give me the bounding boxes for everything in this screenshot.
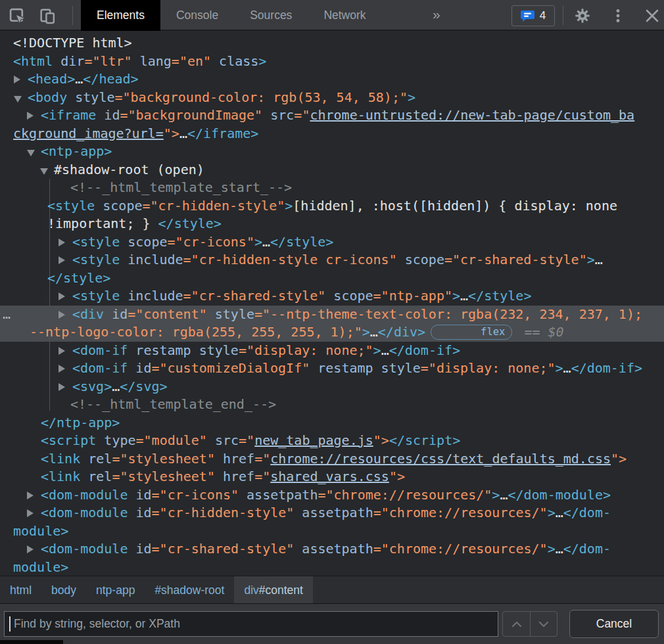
devtools-window: Elements Console Sources Network » 4 bbox=[0, 0, 664, 644]
dom-tree-row[interactable]: <dom-module id="cr-shared-style" assetpa… bbox=[0, 540, 664, 576]
search-input[interactable] bbox=[4, 611, 498, 637]
code-segment: <iframe bbox=[41, 107, 96, 123]
issues-counter[interactable]: 4 bbox=[511, 5, 555, 26]
dom-tree-row[interactable]: <style include="cr-shared-style" scope="… bbox=[0, 287, 664, 306]
expand-arrow-icon[interactable] bbox=[14, 96, 22, 103]
code-segment: </iframe> bbox=[187, 126, 258, 141]
dom-tree-row[interactable]: <style scope="cr-hidden-style">[hidden],… bbox=[0, 197, 664, 233]
panel-tabs: Elements Console Sources Network bbox=[81, 0, 382, 31]
code-segment: <dom-module bbox=[41, 505, 128, 520]
breadcrumb-item-body[interactable]: body bbox=[41, 576, 86, 604]
code-segment: … bbox=[556, 505, 563, 520]
expand-arrow-icon[interactable] bbox=[59, 292, 65, 300]
dom-tree-row[interactable]: <body style="background-color: rgb(53, 5… bbox=[0, 89, 664, 107]
code-segment: … bbox=[500, 487, 508, 503]
dom-tree-row[interactable]: <dom-module id="cr-icons" assetpath="chr… bbox=[0, 486, 664, 505]
expand-arrow-icon[interactable] bbox=[59, 383, 65, 391]
device-toolbar-icon[interactable] bbox=[38, 7, 57, 25]
code-segment: ="cr-hidden-style cr-icons" bbox=[183, 252, 397, 267]
search-nav-buttons bbox=[502, 611, 557, 637]
tab-sources[interactable]: Sources bbox=[234, 0, 308, 31]
search-previous-button[interactable] bbox=[503, 612, 530, 636]
tab-network[interactable]: Network bbox=[308, 0, 381, 31]
expand-arrow-icon[interactable] bbox=[59, 347, 65, 355]
attribute-link[interactable]: chrome://resources/css/text_defaults_md.… bbox=[270, 451, 611, 467]
code-segment: assetpath bbox=[294, 505, 373, 520]
code-segment: > bbox=[548, 505, 556, 520]
code-segment: dir bbox=[53, 53, 84, 69]
code-segment: src bbox=[207, 432, 239, 448]
code-segment: … bbox=[112, 379, 120, 394]
tab-console[interactable]: Console bbox=[160, 0, 234, 31]
more-tabs-icon[interactable]: » bbox=[426, 0, 447, 31]
expand-arrow-icon[interactable] bbox=[27, 150, 35, 156]
inspect-element-icon[interactable] bbox=[8, 7, 26, 25]
breadcrumb-item-ntp-app[interactable]: ntp-app bbox=[86, 576, 145, 604]
dom-tree-row[interactable]: <dom-module id="cr-hidden-style" assetpa… bbox=[0, 504, 664, 540]
code-segment: =" bbox=[239, 432, 254, 448]
code-segment: style bbox=[191, 342, 239, 358]
dom-tree-panel: <!DOCTYPE html><html dir="ltr" lang="en"… bbox=[0, 32, 664, 576]
expand-arrow-icon[interactable] bbox=[40, 168, 48, 175]
dom-tree-row[interactable]: <dom-if restamp style="display: none;">…… bbox=[0, 342, 664, 360]
code-segment: href bbox=[215, 451, 254, 467]
dom-tree-row[interactable]: <script type="module" src="new_tab_page.… bbox=[0, 432, 664, 450]
expand-arrow-icon[interactable] bbox=[59, 311, 65, 319]
code-segment: > bbox=[548, 541, 556, 557]
code-segment: </script> bbox=[389, 432, 460, 448]
dom-tree-row[interactable]: <style include="cr-hidden-style cr-icons… bbox=[0, 251, 664, 287]
code-segment: <style bbox=[72, 234, 120, 250]
expand-arrow-icon[interactable] bbox=[27, 492, 34, 499]
breadcrumb-item-div-content[interactable]: div#content bbox=[234, 576, 313, 604]
code-segment: #shadow-root (open) bbox=[54, 162, 204, 177]
dom-tree-row[interactable]: <!DOCTYPE html> bbox=[0, 34, 664, 53]
row-options-dots-icon[interactable]: … bbox=[3, 306, 9, 324]
dom-tree-row[interactable]: <link rel="stylesheet" href="shared_vars… bbox=[0, 468, 664, 486]
dom-tree-row[interactable]: #shadow-root (open) bbox=[0, 161, 664, 179]
dom-tree-row[interactable]: <!--_html_template_start_--> bbox=[0, 179, 664, 197]
code-segment: ="en" bbox=[172, 53, 211, 69]
dom-tree-row[interactable]: <link rel="stylesheet" href="chrome://re… bbox=[0, 450, 664, 469]
breadcrumb-item-html[interactable]: html bbox=[0, 576, 41, 604]
dom-tree-row[interactable]: </ntp-app> bbox=[0, 414, 664, 432]
breadcrumb-item-shadow-root[interactable]: #shadow-root bbox=[145, 576, 234, 604]
expand-arrow-icon[interactable] bbox=[59, 365, 65, 373]
code-segment: ="cr-icons" bbox=[168, 234, 254, 250]
dom-tree-row-selected[interactable]: …<div id="content" style="--ntp-theme-te… bbox=[0, 306, 664, 342]
dom-tree-row[interactable]: <iframe id="backgroundImage" src="chrome… bbox=[0, 106, 664, 143]
expand-arrow-icon[interactable] bbox=[27, 509, 34, 517]
code-segment: > bbox=[492, 487, 500, 503]
search-next-button[interactable] bbox=[530, 612, 557, 636]
cancel-button[interactable]: Cancel bbox=[569, 610, 659, 638]
expand-arrow-icon[interactable] bbox=[59, 239, 65, 246]
dom-tree-row[interactable]: <ntp-app> bbox=[0, 143, 664, 161]
more-options-kebab-icon[interactable] bbox=[609, 7, 627, 25]
code-segment: ="cr-shared-style" bbox=[444, 252, 587, 267]
tab-elements[interactable]: Elements bbox=[81, 0, 160, 31]
flex-badge[interactable]: flex bbox=[431, 325, 512, 340]
code-segment: id bbox=[96, 107, 120, 123]
code-segment: <ntp-app> bbox=[41, 143, 112, 159]
expand-arrow-icon[interactable] bbox=[14, 76, 20, 83]
attribute-link[interactable]: shared_vars.css bbox=[270, 469, 389, 484]
code-segment: include bbox=[120, 288, 183, 304]
expand-arrow-icon[interactable] bbox=[27, 545, 34, 553]
code-segment: style bbox=[373, 360, 421, 376]
expand-arrow-icon[interactable] bbox=[27, 112, 34, 120]
code-segment: ="content" bbox=[128, 306, 206, 322]
dom-tree-row[interactable]: <head>…</head> bbox=[0, 70, 664, 89]
code-segment: > bbox=[373, 342, 381, 358]
close-icon[interactable] bbox=[643, 7, 661, 25]
dom-tree-row[interactable]: <style scope="cr-icons">…</style> bbox=[0, 233, 664, 252]
code-segment: =" bbox=[294, 107, 310, 123]
dom-tree-row[interactable]: <html dir="ltr" lang="en" class> bbox=[0, 53, 664, 71]
attribute-link[interactable]: new_tab_page.js bbox=[254, 432, 373, 448]
dom-tree-row[interactable]: <dom-if id="customizeDialogIf" restamp s… bbox=[0, 359, 664, 378]
settings-gear-icon[interactable] bbox=[573, 7, 592, 25]
expand-arrow-icon[interactable] bbox=[59, 256, 65, 264]
dom-tree-row[interactable]: <!--_html_template_end_--> bbox=[0, 396, 664, 414]
code-segment: restamp bbox=[310, 360, 373, 376]
code-segment: =" bbox=[254, 469, 270, 484]
dom-tree-row[interactable]: <svg>…</svg> bbox=[0, 378, 664, 396]
code-segment: … bbox=[75, 71, 83, 87]
